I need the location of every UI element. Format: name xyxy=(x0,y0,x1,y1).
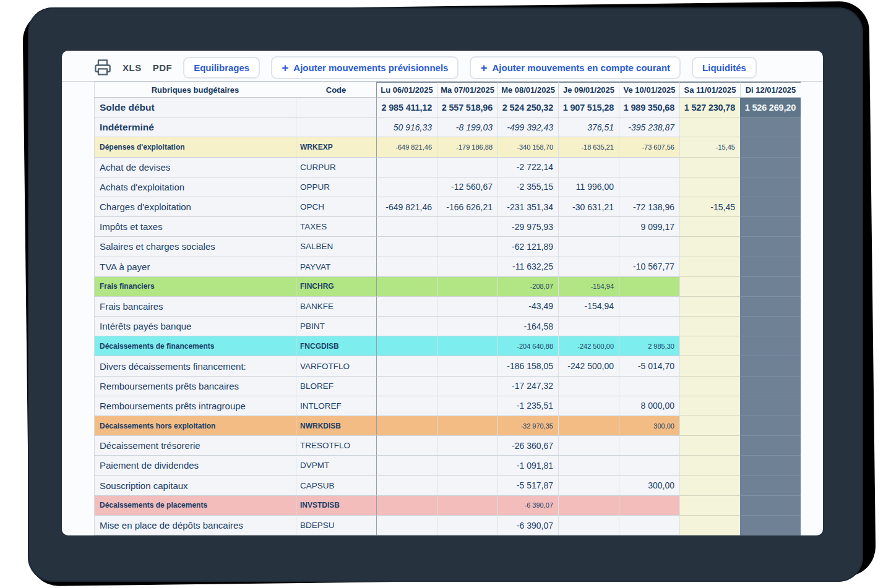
table-row[interactable]: Dépenses d'exploitationWRKEXP-649 821,46… xyxy=(94,137,801,157)
table-row[interactable]: Mise en place de dépôts bancairesBDEPSU-… xyxy=(94,516,801,535)
cell-value xyxy=(740,297,801,317)
table-row[interactable]: Frais financiersFINCHRG-208,07-154,94 xyxy=(94,277,801,297)
cell-value xyxy=(679,416,740,436)
row-code: FNCGDISB xyxy=(296,336,376,356)
table-row[interactable]: Remboursements prêts intragroupeINTLOREF… xyxy=(94,396,801,416)
row-code: SALBEN xyxy=(296,237,376,257)
export-xls-button[interactable]: XLS xyxy=(123,62,142,73)
equilibrages-button[interactable]: Equilibrages xyxy=(183,57,260,79)
cell-value: -2 355,15 xyxy=(497,177,558,197)
cell-value xyxy=(740,197,801,217)
row-label: Achat de devises xyxy=(94,158,296,177)
row-code: DVPMT xyxy=(296,456,376,475)
cell-value xyxy=(679,117,740,137)
cell-value: -5 517,87 xyxy=(497,476,558,496)
table-row[interactable]: Décaissement trésorerieTRESOTFLO-26 360,… xyxy=(94,436,801,456)
column-header-day: Me 08/01/2025 xyxy=(497,82,558,98)
table-row[interactable]: Frais bancairesBANKFE-43,49-154,94 xyxy=(94,297,801,317)
print-icon[interactable] xyxy=(94,59,111,76)
row-code xyxy=(296,117,376,137)
cell-value: 2 524 250,32 xyxy=(497,98,558,117)
table-row[interactable]: Achats d'exploitationOPPUR-12 560,67-2 3… xyxy=(94,177,801,197)
column-header-day: Ma 07/01/2025 xyxy=(437,82,497,98)
cell-value xyxy=(376,158,437,177)
row-label: Paiement de dividendes xyxy=(94,456,296,475)
table-row[interactable]: Indéterminé50 916,33-8 199,03-499 392,43… xyxy=(94,117,801,137)
cell-value xyxy=(740,177,801,197)
cell-value: -208,07 xyxy=(497,277,558,297)
cell-value: 8 000,00 xyxy=(619,396,679,416)
cell-value xyxy=(558,456,619,475)
row-label: Solde début xyxy=(94,98,296,117)
table-row[interactable]: Achat de devisesCURPUR-2 722,14 xyxy=(94,158,801,177)
row-code xyxy=(296,98,376,117)
row-label: Souscription capitaux xyxy=(94,476,296,496)
cell-value xyxy=(679,377,740,396)
cell-value xyxy=(679,277,740,297)
cell-value xyxy=(679,456,740,475)
cell-value: -17 247,32 xyxy=(497,377,558,396)
toolbar: XLS PDF Equilibrages + Ajouter mouvement… xyxy=(94,54,757,80)
row-code: TRESOTFLO xyxy=(296,436,376,456)
cell-value: -649 821,46 xyxy=(376,137,437,157)
cell-value xyxy=(679,396,740,416)
cell-value: -204 640,88 xyxy=(497,336,558,356)
budget-table: Rubriques budgétaires Code Lu 06/01/2025… xyxy=(94,82,801,535)
table-row[interactable]: TVA à payerPAYVAT-11 632,25-10 567,77 xyxy=(94,257,801,277)
export-pdf-button[interactable]: PDF xyxy=(153,62,173,73)
cell-value xyxy=(437,297,497,317)
cell-value xyxy=(437,158,497,177)
cell-value xyxy=(679,257,740,277)
table-row[interactable]: Solde début2 985 411,122 557 518,962 524… xyxy=(94,98,801,117)
cell-value xyxy=(376,237,437,257)
table-row[interactable]: Décaissements de financementsFNCGDISB-20… xyxy=(94,336,801,356)
cell-value xyxy=(619,496,679,516)
cell-value xyxy=(437,496,497,516)
cell-value: 376,51 xyxy=(558,117,619,137)
table-row[interactable]: Divers décaissements financement:VARFOTF… xyxy=(94,356,801,376)
table-row[interactable]: Décaissements hors exploitationNWRKDISB-… xyxy=(94,416,801,436)
table-row[interactable]: Intérêts payés banquePBINT-164,58 xyxy=(94,317,801,336)
row-code: PAYVAT xyxy=(296,257,376,277)
cell-value: -11 632,25 xyxy=(497,257,558,277)
cell-value xyxy=(740,317,801,336)
cell-value: 1 907 515,28 xyxy=(558,98,619,117)
column-header-code: Code xyxy=(296,82,376,98)
cell-value xyxy=(679,476,740,496)
cell-value xyxy=(679,356,740,376)
cell-value: 300,00 xyxy=(619,476,679,496)
table-row[interactable]: Remboursements prêts bancairesBLOREF-17 … xyxy=(94,377,801,396)
table-row[interactable]: Paiement de dividendesDVPMT-1 091,81 xyxy=(94,456,801,475)
cell-value xyxy=(740,416,801,436)
app-screen: XLS PDF Equilibrages + Ajouter mouvement… xyxy=(62,51,823,535)
cell-value xyxy=(679,516,740,535)
cell-value: -242 500,00 xyxy=(558,336,619,356)
table-row[interactable]: Salaires et charges socialesSALBEN-62 12… xyxy=(94,237,801,257)
plus-icon: + xyxy=(480,62,487,74)
cell-value xyxy=(558,317,619,336)
table-row[interactable]: Charges d'exploitationOPCH-649 821,46-16… xyxy=(94,197,801,217)
cell-value: -186 158,05 xyxy=(497,356,558,376)
cell-value xyxy=(437,217,497,237)
liquidites-button[interactable]: Liquidités xyxy=(692,57,757,79)
table-row[interactable]: Décaissements de placementsINVSTDISB-6 3… xyxy=(94,496,801,516)
cell-value: -166 626,21 xyxy=(437,197,497,217)
column-header-day: Je 09/01/2025 xyxy=(558,82,619,98)
cell-value: 300,00 xyxy=(619,416,679,436)
equilibrages-label: Equilibrages xyxy=(194,62,249,73)
row-code: FINCHRG xyxy=(296,277,376,297)
cell-value: -18 635,21 xyxy=(558,137,619,157)
cell-value: -26 360,67 xyxy=(497,436,558,456)
table-row[interactable]: Impôts et taxesTAXES-29 975,939 099,17 xyxy=(94,217,801,237)
cell-value: -6 390,07 xyxy=(497,496,558,516)
cell-value xyxy=(437,317,497,336)
add-compte-courant-button[interactable]: + Ajouter mouvements en compte courant xyxy=(470,56,681,79)
row-label: Décaissements de placements xyxy=(94,496,296,516)
row-label: Indéterminé xyxy=(94,117,296,137)
cell-value xyxy=(619,237,679,257)
cell-value: -1 091,81 xyxy=(497,456,558,475)
cell-value: -395 238,87 xyxy=(619,117,679,137)
cell-value xyxy=(558,516,619,535)
add-previsionnel-button[interactable]: + Ajouter mouvements prévisionnels xyxy=(271,56,458,79)
table-row[interactable]: Souscription capitauxCAPSUB-5 517,87300,… xyxy=(94,476,801,496)
